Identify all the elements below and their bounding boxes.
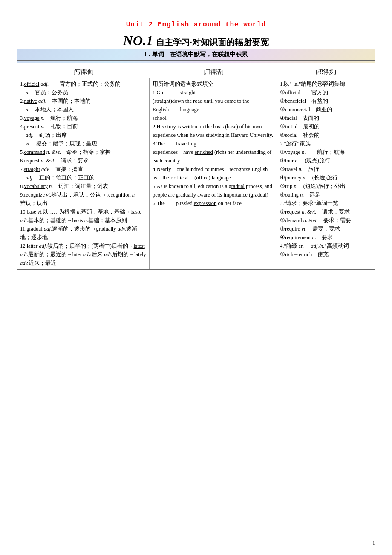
col-header-3: [积得多] <box>277 66 375 78</box>
main-content-row: 1.official adj. 官方的；正式的；公务的 n. 官员；公务员 2.… <box>17 78 375 269</box>
col-header-2: [用得活] <box>150 66 277 78</box>
section-header: Ⅰ．单词—在语境中默写，在联想中积累 <box>17 51 375 61</box>
no-prefix: NO.1 <box>123 33 153 48</box>
cell-col1: 1.official adj. 官方的；正式的；公务的 n. 官员；公务员 2.… <box>17 78 150 269</box>
cell-col3: 1.以"-ial"结尾的形容词集锦 ①official 官方的 ②benefic… <box>277 78 375 269</box>
no-text: 自主学习·对知识面的辐射要宽 <box>156 38 269 47</box>
highlight-bar: Ⅰ．单词—在语境中默写，在联想中积累 <box>17 49 375 63</box>
top-divider <box>17 13 375 13</box>
cell-col2: 用所给词的适当形式填空 1.Go straight (straight)down… <box>150 78 277 269</box>
main-table: [写得准] [用得活] [积得多] 1.official adj. 官方的；正式… <box>17 66 375 270</box>
col-header-1: [写得准] <box>17 66 150 78</box>
no-title: NO.1 自主学习·对知识面的辐射要宽 <box>17 33 375 49</box>
unit-title: Unit 2 English around the world <box>17 21 375 29</box>
page-number: 1 <box>372 540 375 546</box>
col-headers-row: [写得准] [用得活] [积得多] <box>17 66 375 78</box>
